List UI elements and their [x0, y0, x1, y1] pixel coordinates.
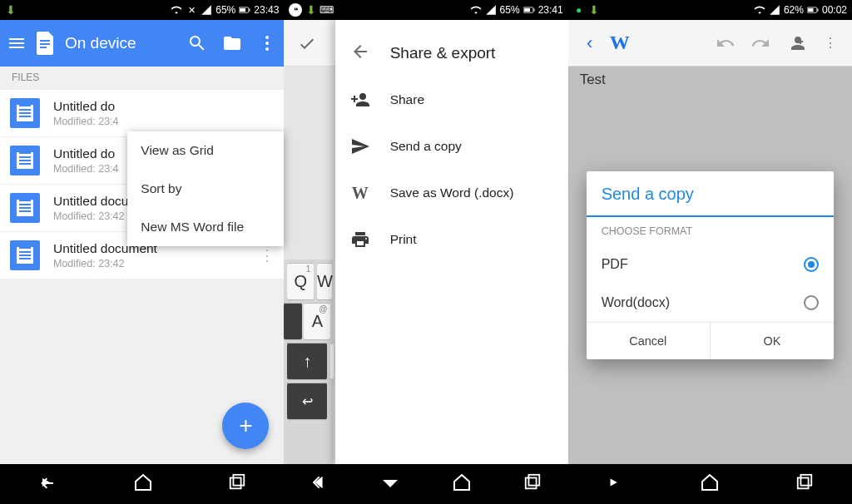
item-overflow-icon[interactable]: ⋮: [257, 246, 277, 264]
svg-rect-9: [230, 478, 241, 489]
app-bar: On device: [0, 20, 284, 67]
list-item[interactable]: Untitled do Modified: 23:4: [0, 90, 284, 137]
cancel-button[interactable]: Cancel: [587, 323, 711, 359]
svg-rect-15: [529, 475, 540, 486]
menu-view-as-grid[interactable]: View as Grid: [127, 131, 284, 170]
key-a[interactable]: A@: [304, 303, 330, 339]
clock: 23:41: [538, 4, 563, 16]
svg-rect-19: [798, 478, 809, 489]
drawer-item-label: Send a copy: [390, 139, 462, 154]
ok-button[interactable]: OK: [711, 323, 834, 359]
file-name: Untitled do: [53, 99, 277, 114]
redo-icon[interactable]: [746, 28, 775, 58]
menu-sort-by[interactable]: Sort by: [127, 170, 284, 208]
svg-point-6: [265, 36, 269, 39]
svg-rect-10: [234, 475, 245, 486]
back-icon[interactable]: ‹: [575, 28, 605, 58]
back-icon[interactable]: [37, 472, 57, 496]
drawer-item-label: Save as Word (.docx): [390, 185, 514, 200]
whatsapp-icon: ●: [573, 4, 585, 16]
svg-rect-3: [40, 40, 50, 42]
recent-icon[interactable]: [795, 473, 814, 495]
appbar-title: On device: [65, 34, 177, 52]
svg-rect-4: [40, 43, 50, 45]
key-shift[interactable]: ↑: [287, 343, 327, 379]
drawer-title: Share & export: [390, 44, 496, 62]
done-icon[interactable]: [290, 27, 324, 60]
share-export-drawer: Share & export Share Send a copy W Save …: [335, 20, 568, 464]
back-icon[interactable]: [310, 473, 328, 495]
phone-screenshot-3: ● ⬇ 62% 00:02 ‹ W ⋮ Test Send a copy CHO…: [568, 0, 852, 504]
option-word[interactable]: Word(docx): [587, 284, 834, 322]
status-bar: ● ⬇ 62% 00:02: [568, 0, 852, 20]
overflow-icon[interactable]: [257, 33, 277, 53]
undo-icon[interactable]: [711, 28, 741, 58]
key-swype[interactable]: ↩: [287, 383, 327, 419]
plus-icon: +: [239, 413, 252, 439]
android-nav-bar: [284, 464, 567, 504]
svg-rect-1: [240, 8, 245, 12]
signal-icon: [201, 4, 212, 16]
doc-icon: [10, 240, 40, 270]
overflow-icon[interactable]: ⋮: [815, 28, 845, 58]
hangouts-icon: ❝: [289, 3, 302, 17]
radio-icon: [804, 257, 819, 272]
drawer-item-send-copy[interactable]: Send a copy: [335, 123, 568, 170]
search-icon[interactable]: [187, 33, 207, 53]
status-bar: ❝ ⬇ ⌨ 65% 23:41: [284, 0, 567, 20]
battery-percent: 65%: [500, 4, 520, 16]
hamburger-icon[interactable]: [7, 33, 27, 53]
phone-screenshot-2: ❝ ⬇ ⌨ 65% 23:41 A± + ⋮ Q1 W A@ ↑: [284, 0, 567, 504]
download-icon: ⬇: [305, 4, 317, 16]
clock: 23:43: [254, 4, 279, 16]
key-q[interactable]: Q1: [287, 263, 314, 299]
keyboard-fragment: Q1 W A@ ↑ ↩: [284, 259, 334, 464]
dialog-subtitle: CHOOSE FORMAT: [587, 217, 834, 245]
file-modified: Modified: 23:42: [53, 258, 257, 269]
battery-percent: 62%: [784, 4, 804, 16]
recent-icon[interactable]: [523, 473, 542, 495]
drawer-item-share[interactable]: Share: [335, 77, 568, 123]
overflow-menu: View as Grid Sort by New MS Word file: [127, 131, 284, 246]
fab-new-doc[interactable]: +: [222, 403, 269, 449]
back-icon[interactable]: [350, 42, 370, 65]
document-list: FILES Untitled do Modified: 23:4 Untitle…: [0, 67, 284, 464]
clock: 00:02: [822, 4, 847, 16]
folder-icon[interactable]: [222, 33, 242, 53]
drawer-item-print[interactable]: Print: [335, 216, 568, 263]
menu-new-word-file[interactable]: New MS Word file: [127, 208, 284, 246]
battery-icon: [807, 4, 819, 16]
file-modified: Modified: 23:4: [53, 116, 277, 127]
svg-rect-5: [40, 47, 47, 48]
document-title: Test: [580, 72, 606, 88]
svg-rect-17: [808, 8, 813, 12]
add-person-icon[interactable]: [780, 28, 810, 58]
signal-icon: [485, 4, 497, 16]
svg-rect-14: [526, 478, 537, 489]
back-down-icon[interactable]: [380, 472, 400, 496]
drawer-item-save-word[interactable]: W Save as Word (.docx): [335, 170, 568, 216]
person-add-icon: [350, 90, 370, 110]
key-z[interactable]: [330, 343, 334, 379]
section-header: FILES: [0, 67, 284, 90]
wifi-icon: [470, 4, 482, 16]
recent-icon[interactable]: [228, 473, 246, 495]
option-pdf[interactable]: PDF: [587, 245, 834, 284]
key-blank[interactable]: [284, 303, 302, 339]
home-icon[interactable]: [700, 472, 720, 496]
home-icon[interactable]: [133, 472, 153, 496]
drawer-item-label: Print: [390, 232, 417, 247]
home-icon[interactable]: [452, 472, 472, 496]
print-icon: [350, 230, 370, 250]
key-w[interactable]: W: [317, 263, 332, 299]
download-icon: ⬇: [588, 4, 600, 16]
svg-rect-12: [524, 8, 530, 12]
back-icon[interactable]: [606, 473, 624, 495]
swype-icon: ↩: [302, 393, 313, 409]
battery-icon: [523, 4, 535, 16]
keyboard-status-icon: ⌨: [320, 4, 332, 16]
doc-icon: [10, 98, 40, 128]
status-bar: ⬇ ✕ 65% 23:43: [0, 0, 284, 20]
svg-rect-18: [817, 8, 818, 11]
phone-screenshot-1: ⬇ ✕ 65% 23:43 On device: [0, 0, 284, 504]
